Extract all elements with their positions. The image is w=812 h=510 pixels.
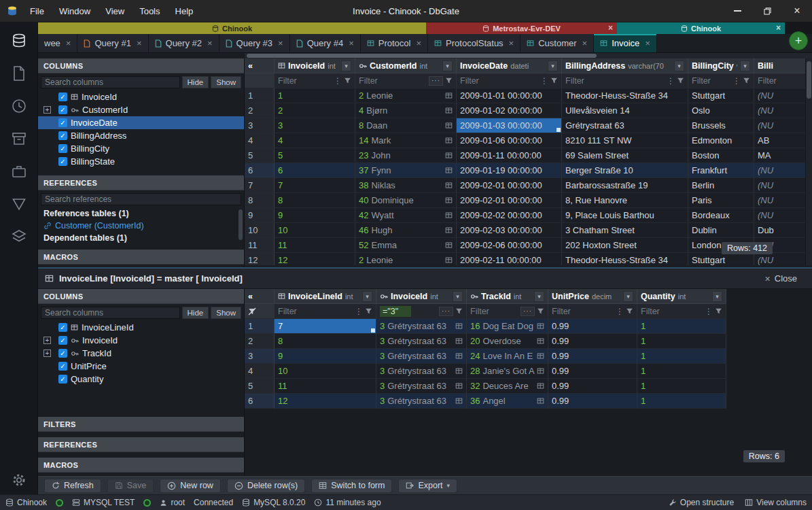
track-id-cell[interactable]: 28 Janie's Got A bbox=[467, 364, 548, 379]
billing-address-cell[interactable]: Barbarossastraße 19 bbox=[562, 178, 688, 193]
column-header-billingaddress[interactable]: BillingAddressvarchar(70 ▾ bbox=[562, 58, 688, 73]
filter-cell[interactable] bbox=[754, 73, 812, 88]
show-button[interactable]: Show bbox=[211, 307, 241, 319]
column-header-quantity[interactable]: Quantityint ▾ bbox=[637, 289, 726, 304]
lookup-icon[interactable] bbox=[445, 122, 453, 129]
tab-group-chinook[interactable]: Chinook bbox=[38, 22, 426, 34]
row-number[interactable]: 2 bbox=[245, 103, 275, 118]
lookup-icon[interactable] bbox=[455, 367, 463, 375]
lookup-icon[interactable] bbox=[455, 337, 463, 345]
invoice-id-cell[interactable]: 3 Grétrystraat 63 bbox=[376, 364, 467, 379]
column-header-invoiceid[interactable]: InvoiceIdint ▾ bbox=[275, 58, 355, 73]
lookup-icon[interactable] bbox=[455, 322, 463, 330]
collapse-columns-button[interactable]: « bbox=[245, 58, 275, 73]
invoice-id-cell[interactable]: 3 Grétrystraat 63 bbox=[376, 349, 467, 364]
billing-state-cell[interactable]: (NU bbox=[754, 118, 812, 133]
invoice-id-cell[interactable]: 9 bbox=[275, 208, 355, 223]
filter-cell[interactable]: ⋮ bbox=[688, 73, 754, 88]
row-number[interactable]: 3 bbox=[245, 349, 275, 364]
billing-state-cell[interactable]: (NU bbox=[754, 88, 812, 103]
row-number[interactable]: 11 bbox=[245, 238, 275, 253]
expand-icon[interactable]: + bbox=[43, 106, 51, 114]
track-id-cell[interactable]: 24 Love In An E bbox=[467, 349, 548, 364]
lookup-icon[interactable] bbox=[445, 107, 453, 114]
billing-address-cell[interactable]: 9, Place Louis Barthou bbox=[562, 208, 688, 223]
history-icon[interactable] bbox=[10, 97, 28, 115]
billing-city-cell[interactable]: Stuttgart bbox=[688, 88, 754, 103]
unit-price-cell[interactable]: 0.99 bbox=[548, 319, 637, 334]
billing-address-cell[interactable]: 8, Rue Hanovre bbox=[562, 193, 688, 208]
column-tree-item[interactable]: + ✓ TrackId bbox=[38, 347, 244, 360]
horizontal-scrollbar[interactable] bbox=[245, 53, 812, 58]
kebab-menu-icon[interactable]: ⋮ bbox=[732, 76, 741, 86]
lookup-icon[interactable] bbox=[455, 382, 463, 390]
invoice-id-cell[interactable]: 3 bbox=[275, 118, 355, 133]
switch-to-form-button[interactable]: Switch to form bbox=[311, 479, 392, 493]
invoice-id-cell[interactable]: 12 bbox=[275, 253, 355, 265]
checkbox-checked[interactable]: ✓ bbox=[58, 336, 67, 345]
quantity-cell[interactable]: 1 bbox=[637, 334, 726, 349]
invoice-date-cell[interactable]: 2009-01-06 00:00:00 bbox=[457, 133, 562, 148]
filter-input[interactable] bbox=[692, 76, 730, 86]
new-tab-button[interactable]: + bbox=[789, 31, 808, 50]
delete-rows-button[interactable]: Delete row(s) bbox=[227, 479, 305, 493]
column-tree-item[interactable]: + ✓ BillingCity bbox=[38, 142, 244, 155]
tab[interactable]: wee × bbox=[38, 34, 77, 52]
invoice-date-cell[interactable]: 2009-01-01 00:00:00 bbox=[457, 88, 562, 103]
close-icon[interactable]: × bbox=[207, 38, 213, 48]
close-icon[interactable]: × bbox=[776, 22, 781, 34]
track-id-cell[interactable]: 36 Angel bbox=[467, 394, 548, 409]
checkbox-checked[interactable]: ✓ bbox=[58, 118, 67, 127]
row-number[interactable]: 3 bbox=[245, 118, 275, 133]
chevron-down-icon[interactable]: ▾ bbox=[674, 61, 684, 71]
reference-link[interactable]: Customer (CustomerId) bbox=[38, 220, 244, 232]
kebab-menu-icon[interactable]: ⋮ bbox=[616, 307, 624, 316]
quantity-cell[interactable]: 1 bbox=[637, 394, 726, 409]
billing-city-cell[interactable]: Stuttgart bbox=[688, 253, 754, 265]
funnel-icon[interactable] bbox=[550, 77, 558, 84]
billing-state-cell[interactable]: AB bbox=[754, 133, 812, 148]
filter-cell[interactable]: ··· bbox=[355, 73, 457, 88]
lookup-icon[interactable] bbox=[537, 352, 544, 360]
column-header-billingstate[interactable]: Billi bbox=[754, 58, 812, 73]
filter-input[interactable] bbox=[470, 307, 518, 316]
billing-state-cell[interactable]: (NU bbox=[754, 193, 812, 208]
funnel-icon[interactable] bbox=[677, 77, 684, 84]
column-tree-item[interactable]: + ✓ Quantity bbox=[38, 373, 244, 386]
search-references-input[interactable] bbox=[41, 193, 241, 205]
quantity-cell[interactable]: 1 bbox=[637, 349, 726, 364]
close-button[interactable]: × bbox=[782, 0, 812, 22]
invoice-id-cell[interactable]: 3 Grétrystraat 63 bbox=[376, 379, 467, 394]
billing-city-cell[interactable]: Brussels bbox=[688, 118, 754, 133]
lookup-icon[interactable] bbox=[445, 197, 453, 204]
checkbox-checked[interactable]: ✓ bbox=[58, 92, 67, 101]
unit-price-cell[interactable]: 0.99 bbox=[548, 379, 637, 394]
filter-input[interactable] bbox=[278, 76, 332, 86]
ellipsis-button[interactable]: ··· bbox=[429, 76, 443, 86]
panel-scrollbar[interactable] bbox=[239, 209, 243, 240]
chevron-down-icon[interactable]: ▾ bbox=[341, 61, 351, 71]
funnel-icon[interactable] bbox=[365, 307, 372, 315]
tab[interactable]: Customer × bbox=[520, 34, 594, 52]
row-number[interactable]: 6 bbox=[245, 163, 275, 178]
filter-input[interactable] bbox=[758, 76, 808, 86]
column-header-unitprice[interactable]: UnitPricedecim ▾ bbox=[548, 289, 637, 304]
close-icon[interactable]: × bbox=[278, 38, 283, 48]
invoice-id-cell[interactable]: 1 bbox=[275, 88, 355, 103]
close-icon[interactable]: × bbox=[137, 38, 142, 48]
filter-cell[interactable]: ··· bbox=[467, 304, 548, 319]
tab[interactable]: Invoice × bbox=[594, 34, 657, 52]
invoice-id-cell[interactable]: 3 Grétrystraat 63 bbox=[376, 394, 467, 409]
lookup-icon[interactable] bbox=[445, 211, 453, 219]
database-icon[interactable] bbox=[10, 32, 28, 50]
billing-state-cell[interactable]: (NU bbox=[754, 208, 812, 223]
search-columns-input[interactable] bbox=[41, 307, 180, 319]
customer-id-cell[interactable]: 52 Emma bbox=[355, 238, 457, 253]
billing-address-cell[interactable]: 202 Hoxton Street bbox=[562, 238, 688, 253]
invoice-line-id-cell[interactable]: 10 bbox=[275, 364, 376, 379]
column-tree-item[interactable]: + ✓ InvoiceId bbox=[38, 90, 244, 103]
customer-id-cell[interactable]: 38 Niklas bbox=[355, 178, 457, 193]
menu-item[interactable]: View bbox=[98, 0, 132, 22]
row-number[interactable]: 5 bbox=[245, 379, 275, 394]
gear-icon[interactable] bbox=[10, 471, 28, 489]
